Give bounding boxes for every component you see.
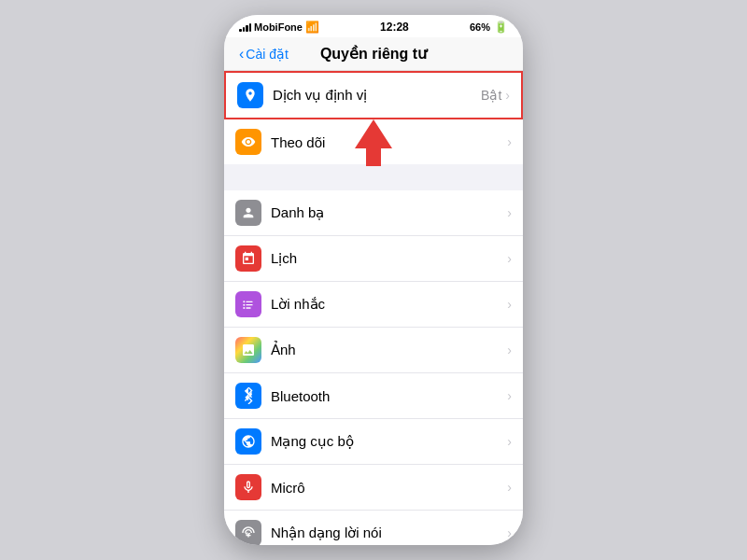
- tracking-icon-bg: [235, 129, 261, 155]
- svg-rect-2: [246, 301, 252, 302]
- chevron-left-icon: ‹: [239, 46, 244, 63]
- svg-point-3: [243, 304, 245, 306]
- top-group: Dịch vụ định vị Bật › Theo dõi ›: [224, 71, 523, 164]
- page-title: Quyền riêng tư: [306, 45, 441, 63]
- status-right: 66% 🔋: [470, 21, 508, 34]
- contacts-chevron: ›: [507, 205, 512, 220]
- time-display: 12:28: [380, 21, 409, 34]
- svg-rect-6: [246, 307, 250, 308]
- svg-rect-4: [246, 304, 252, 305]
- battery-percent: 66%: [470, 21, 490, 33]
- signal-bar-3: [246, 25, 248, 32]
- photos-icon: [241, 343, 256, 357]
- status-bar: MobiFone 📶 12:28 66% 🔋: [224, 15, 523, 37]
- settings-item-localnetwork[interactable]: Mạng cục bộ ›: [224, 419, 523, 465]
- speechrec-chevron: ›: [507, 525, 512, 540]
- location-icon-bg: [237, 82, 263, 108]
- carrier-label: MobiFone: [254, 21, 303, 33]
- reminders-chevron: ›: [507, 297, 512, 312]
- signal-bar-2: [243, 27, 246, 32]
- signal-bar-1: [239, 29, 242, 32]
- bluetooth-icon: [242, 387, 255, 404]
- microphone-icon-bg: [235, 474, 261, 500]
- settings-item-location[interactable]: Dịch vụ định vị Bật ›: [224, 71, 523, 119]
- speechrec-icon-bg: [235, 520, 261, 545]
- settings-item-bluetooth[interactable]: Bluetooth ›: [224, 373, 523, 419]
- globe-icon: [241, 434, 256, 449]
- photos-icon-bg: [235, 337, 261, 363]
- tracking-chevron: ›: [507, 134, 512, 149]
- battery-icon: 🔋: [494, 21, 508, 34]
- photos-chevron: ›: [507, 343, 512, 357]
- location-chevron: ›: [505, 88, 510, 103]
- reminders-icon: [241, 297, 256, 312]
- svg-point-5: [243, 307, 245, 309]
- calendar-label: Lịch: [271, 250, 507, 267]
- settings-item-calendar[interactable]: Lịch ›: [224, 236, 523, 282]
- bluetooth-label: Bluetooth: [271, 388, 507, 404]
- settings-item-speechrec[interactable]: Nhận dạng lời nói ›: [224, 511, 523, 545]
- eye-icon: [241, 134, 256, 149]
- bluetooth-icon-bg: [235, 383, 261, 409]
- phone-frame: MobiFone 📶 12:28 66% 🔋 ‹ Cài đặt Quyền r…: [224, 15, 523, 545]
- photos-label: Ảnh: [271, 342, 507, 358]
- calendar-icon-bg: [235, 245, 261, 272]
- localnetwork-icon-bg: [235, 428, 261, 455]
- person-icon: [241, 205, 256, 220]
- localnetwork-chevron: ›: [507, 434, 512, 449]
- section-gap-1: [224, 164, 523, 190]
- reminders-label: Lời nhắc: [271, 296, 507, 313]
- microphone-label: Micrô: [271, 480, 507, 496]
- mic-icon: [241, 480, 256, 495]
- content-area: Dịch vụ định vị Bật › Theo dõi ›: [224, 71, 523, 545]
- svg-rect-10: [246, 535, 250, 536]
- wave-icon: [241, 525, 256, 540]
- settings-item-microphone[interactable]: Micrô ›: [224, 465, 523, 511]
- speechrec-label: Nhận dạng lời nói: [271, 525, 507, 541]
- tracking-label: Theo dõi: [271, 134, 507, 150]
- bluetooth-chevron: ›: [507, 388, 512, 403]
- svg-point-1: [243, 301, 245, 302]
- location-label: Dịch vụ định vị: [273, 87, 481, 104]
- back-label: Cài đặt: [246, 47, 289, 62]
- nav-bar: ‹ Cài đặt Quyền riêng tư: [224, 37, 523, 71]
- reminders-icon-bg: [235, 291, 261, 317]
- settings-item-reminders[interactable]: Lời nhắc ›: [224, 282, 523, 328]
- contacts-label: Danh bạ: [271, 204, 507, 221]
- contacts-icon-bg: [235, 200, 261, 226]
- settings-item-photos[interactable]: Ảnh ›: [224, 328, 523, 373]
- microphone-chevron: ›: [507, 480, 512, 495]
- location-icon: [243, 88, 258, 103]
- back-button[interactable]: ‹ Cài đặt: [239, 46, 306, 63]
- settings-item-contacts[interactable]: Danh bạ ›: [224, 190, 523, 236]
- second-group: Danh bạ › Lịch ›: [224, 190, 523, 545]
- wifi-icon: 📶: [305, 21, 319, 34]
- calendar-icon: [241, 251, 256, 266]
- settings-item-tracking[interactable]: Theo dõi ›: [224, 119, 523, 164]
- localnetwork-label: Mạng cục bộ: [271, 433, 507, 450]
- location-value: Bật: [481, 88, 501, 103]
- status-left: MobiFone 📶: [239, 21, 319, 34]
- signal-bar-4: [249, 23, 252, 32]
- signal-bars: [239, 22, 251, 32]
- calendar-chevron: ›: [507, 251, 512, 266]
